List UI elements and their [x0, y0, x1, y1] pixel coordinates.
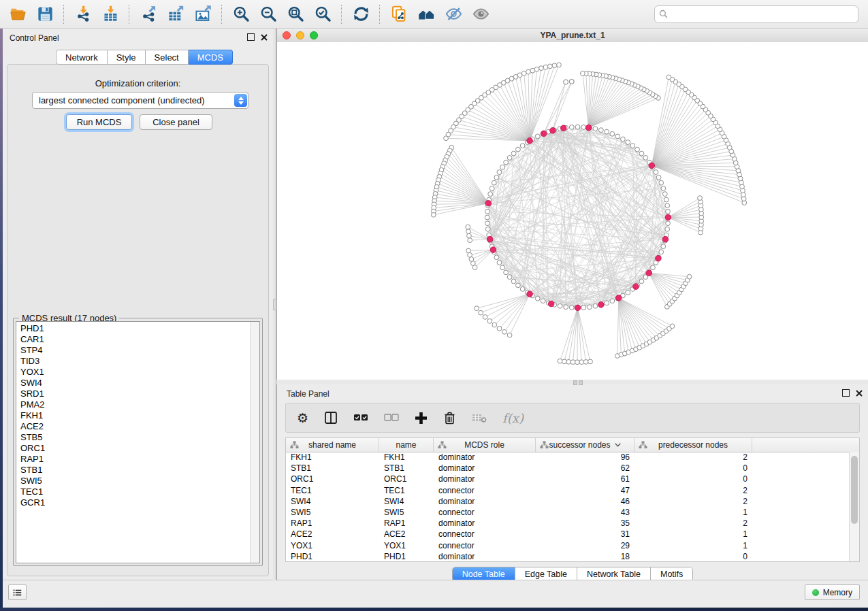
cell-name: STB1	[379, 463, 434, 473]
destroy-table-button[interactable]	[472, 412, 487, 423]
mcds-result-item[interactable]: FKH1	[16, 410, 250, 421]
export-image-button[interactable]	[191, 3, 214, 26]
zoom-selected-button[interactable]	[311, 3, 334, 26]
duplicate-network-button[interactable]	[387, 3, 411, 26]
zoom-in-button[interactable]	[229, 3, 253, 26]
mcds-result-item[interactable]: PMA2	[16, 399, 250, 410]
tab-motifs[interactable]: Motifs	[650, 567, 692, 581]
tab-mcds[interactable]: MCDS	[189, 50, 233, 65]
table-row[interactable]: STB1STB1dominator620	[286, 463, 850, 474]
import-network-button[interactable]	[71, 3, 95, 26]
column-label: name	[396, 440, 416, 450]
tab-edge-table[interactable]: Edge Table	[515, 567, 577, 581]
duplicate-network-icon	[390, 5, 408, 23]
run-mcds-button[interactable]: Run MCDS	[66, 114, 132, 130]
zoom-out-button[interactable]	[257, 3, 280, 26]
show-panels-button[interactable]	[8, 584, 27, 600]
mcds-result-item[interactable]: SRD1	[16, 389, 250, 399]
cell-shared-name: SWI5	[286, 508, 379, 517]
create-column-button[interactable]	[415, 412, 428, 425]
close-panel-button[interactable]: Close panel	[140, 114, 212, 130]
mcds-result-item[interactable]: STB5	[16, 432, 250, 443]
show-columns-button[interactable]	[324, 411, 338, 425]
network-titlebar[interactable]: YPA_prune.txt_1	[277, 29, 868, 43]
memory-button[interactable]: Memory	[805, 584, 860, 600]
export-table-button[interactable]	[164, 3, 187, 26]
mcds-result-item[interactable]: YOX1	[16, 367, 250, 378]
unselect-all-button[interactable]	[384, 413, 399, 423]
mcds-result-item[interactable]: STB1	[16, 465, 250, 476]
plus-icon	[415, 412, 428, 425]
cell-name: SWI4	[379, 497, 434, 506]
horizontal-splitter[interactable]	[276, 380, 868, 384]
tab-style[interactable]: Style	[108, 50, 146, 65]
vertical-splitter[interactable]	[273, 29, 276, 580]
table-row[interactable]: YOX1YOX1connector291	[286, 540, 850, 551]
cell-successor-nodes: 29	[536, 541, 634, 550]
float-panel-icon[interactable]	[842, 389, 850, 397]
mcds-result-item[interactable]: TID3	[16, 356, 250, 367]
import-table-button[interactable]	[99, 3, 122, 26]
zoom-fit-button[interactable]	[284, 3, 307, 26]
cell-name: ORC1	[379, 474, 434, 484]
cell-MCDS-role: dominator	[434, 497, 536, 506]
node-table: shared namenameMCDS rolesuccessor nodesp…	[285, 437, 860, 562]
table-scrollbar[interactable]	[849, 452, 859, 561]
column-header-MCDS-role[interactable]: MCDS role	[434, 438, 536, 452]
open-button[interactable]	[6, 3, 29, 26]
network-canvas[interactable]	[277, 42, 868, 380]
column-type-icon	[290, 441, 299, 449]
mcds-result-item[interactable]: PHD1	[16, 323, 250, 334]
cell-successor-nodes: 62	[536, 463, 634, 473]
mcds-result-item[interactable]: ACE2	[16, 421, 250, 432]
cell-name: YOX1	[379, 541, 434, 550]
mcds-result-item[interactable]: GCR1	[16, 497, 250, 508]
tab-network[interactable]: Network	[56, 50, 108, 65]
mcds-list-scrollbar[interactable]	[250, 322, 259, 563]
mcds-result-item[interactable]: SWI5	[16, 476, 250, 486]
table-row[interactable]: PHD1PHD1dominator180	[286, 551, 850, 562]
table-row[interactable]: TEC1TEC1connector472	[286, 485, 850, 496]
cell-name: TEC1	[379, 486, 434, 495]
criterion-dropdown[interactable]: largest connected component (undirected)	[32, 92, 248, 109]
horizontal-splitter-grip[interactable]	[573, 380, 583, 385]
save-button[interactable]	[33, 3, 57, 26]
float-panel-icon[interactable]	[247, 33, 255, 41]
first-neighbors-button[interactable]	[415, 3, 438, 26]
column-header-name[interactable]: name	[379, 438, 434, 452]
mcds-result-item[interactable]: TEC1	[16, 486, 250, 497]
table-settings-button[interactable]: ⚙	[297, 412, 308, 425]
table-scrollbar-thumb[interactable]	[851, 456, 858, 524]
column-header-successor-nodes[interactable]: successor nodes	[536, 438, 634, 452]
mcds-result-item[interactable]: RAP1	[16, 454, 250, 465]
function-builder-button[interactable]: f(x)	[502, 411, 524, 425]
apply-layout-button[interactable]	[349, 3, 372, 26]
table-row[interactable]: FKH1FKH1dominator962	[286, 452, 850, 463]
tab-network-table[interactable]: Network Table	[577, 567, 650, 581]
vertical-splitter-grip[interactable]	[273, 299, 276, 310]
mcds-result-item[interactable]: CAR1	[16, 334, 250, 345]
table-row[interactable]: ORC1ORC1dominator610	[286, 474, 850, 484]
table-row[interactable]: RAP1RAP1dominator352	[286, 518, 850, 529]
export-network-button[interactable]	[137, 3, 160, 26]
tab-node-table[interactable]: Node Table	[453, 567, 515, 581]
column-header-predecessor-nodes[interactable]: predecessor nodes	[634, 438, 752, 452]
hide-selected-button[interactable]	[442, 3, 465, 26]
tab-select[interactable]: Select	[146, 50, 189, 65]
show-all-button[interactable]	[469, 3, 492, 26]
mcds-result-item[interactable]: SWI4	[16, 378, 250, 389]
cell-shared-name: ORC1	[286, 474, 379, 484]
delete-column-button[interactable]	[443, 411, 456, 425]
mcds-result-item[interactable]: ORC1	[16, 443, 250, 454]
mcds-result-item[interactable]: STP4	[16, 345, 250, 356]
column-header-shared-name[interactable]: shared name	[286, 438, 379, 452]
search-input[interactable]	[671, 9, 854, 20]
column-label: MCDS role	[464, 440, 504, 450]
close-panel-icon[interactable]	[856, 390, 863, 397]
select-all-button[interactable]	[353, 413, 368, 423]
cell-MCDS-role: dominator	[434, 474, 536, 484]
table-row[interactable]: SWI4SWI4dominator462	[286, 496, 850, 507]
close-panel-icon[interactable]	[261, 34, 268, 41]
table-row[interactable]: ACE2ACE2connector311	[286, 529, 850, 540]
table-row[interactable]: SWI5SWI5connector431	[286, 507, 850, 518]
